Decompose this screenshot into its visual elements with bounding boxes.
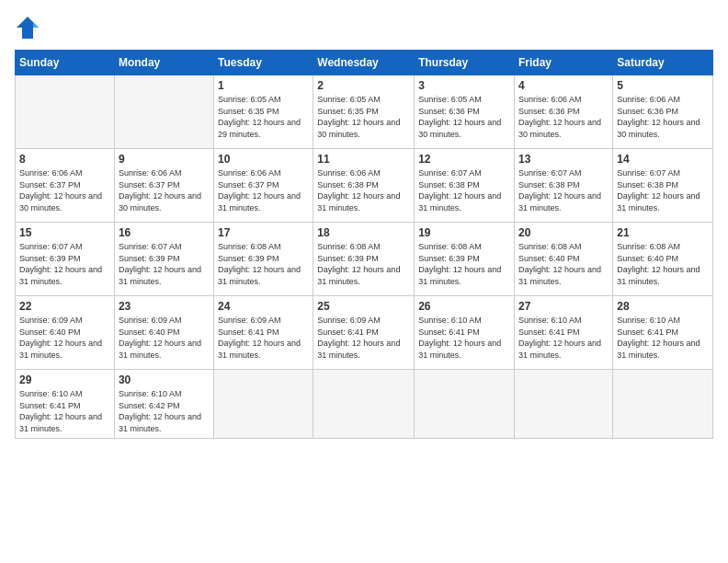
day-info: Sunrise: 6:10 AM Sunset: 6:41 PM Dayligh…	[617, 315, 709, 361]
calendar-cell: 26 Sunrise: 6:10 AM Sunset: 6:41 PM Dayl…	[415, 296, 515, 370]
calendar-cell: 23 Sunrise: 6:09 AM Sunset: 6:40 PM Dayl…	[114, 296, 213, 370]
calendar-cell: 4 Sunrise: 6:06 AM Sunset: 6:36 PM Dayli…	[515, 75, 613, 149]
day-number: 12	[418, 153, 510, 166]
day-info: Sunrise: 6:08 AM Sunset: 6:39 PM Dayligh…	[418, 241, 510, 287]
calendar-cell: 18 Sunrise: 6:08 AM Sunset: 6:39 PM Dayl…	[313, 223, 415, 296]
day-info: Sunrise: 6:10 AM Sunset: 6:41 PM Dayligh…	[418, 315, 510, 361]
calendar-cell: 30 Sunrise: 6:10 AM Sunset: 6:42 PM Dayl…	[114, 370, 213, 439]
calendar-header-monday: Monday	[114, 51, 213, 75]
calendar-header-row: SundayMondayTuesdayWednesdayThursdayFrid…	[16, 51, 713, 75]
calendar-cell: 28 Sunrise: 6:10 AM Sunset: 6:41 PM Dayl…	[613, 296, 713, 370]
day-info: Sunrise: 6:05 AM Sunset: 6:36 PM Dayligh…	[418, 94, 510, 140]
day-number: 18	[317, 226, 410, 239]
day-number: 19	[418, 226, 510, 239]
calendar-cell	[16, 75, 115, 149]
day-number: 11	[317, 153, 410, 166]
logo-icon	[15, 15, 40, 40]
day-number: 21	[617, 226, 709, 239]
day-info: Sunrise: 6:07 AM Sunset: 6:39 PM Dayligh…	[119, 241, 210, 287]
day-info: Sunrise: 6:05 AM Sunset: 6:35 PM Dayligh…	[218, 94, 309, 140]
day-number: 2	[317, 79, 410, 92]
calendar-cell: 19 Sunrise: 6:08 AM Sunset: 6:39 PM Dayl…	[415, 223, 515, 296]
day-number: 30	[119, 373, 210, 386]
day-number: 22	[19, 300, 110, 313]
day-number: 25	[317, 300, 410, 313]
calendar-cell: 29 Sunrise: 6:10 AM Sunset: 6:41 PM Dayl…	[16, 370, 115, 439]
day-number: 15	[19, 226, 110, 239]
day-info: Sunrise: 6:09 AM Sunset: 6:41 PM Dayligh…	[218, 315, 309, 361]
calendar-cell: 20 Sunrise: 6:08 AM Sunset: 6:40 PM Dayl…	[515, 223, 613, 296]
day-number: 29	[19, 373, 110, 386]
day-info: Sunrise: 6:06 AM Sunset: 6:37 PM Dayligh…	[119, 167, 210, 213]
day-info: Sunrise: 6:07 AM Sunset: 6:38 PM Dayligh…	[617, 167, 709, 213]
day-info: Sunrise: 6:10 AM Sunset: 6:42 PM Dayligh…	[119, 388, 210, 434]
day-number: 16	[119, 226, 210, 239]
calendar-cell: 24 Sunrise: 6:09 AM Sunset: 6:41 PM Dayl…	[214, 296, 313, 370]
calendar-cell: 12 Sunrise: 6:07 AM Sunset: 6:38 PM Dayl…	[415, 149, 515, 223]
calendar-cell: 11 Sunrise: 6:06 AM Sunset: 6:38 PM Dayl…	[313, 149, 415, 223]
day-number: 5	[617, 79, 709, 92]
calendar-cell	[313, 370, 415, 439]
day-number: 3	[418, 79, 510, 92]
calendar-cell: 3 Sunrise: 6:05 AM Sunset: 6:36 PM Dayli…	[415, 75, 515, 149]
calendar-table: SundayMondayTuesdayWednesdayThursdayFrid…	[15, 50, 713, 439]
day-info: Sunrise: 6:07 AM Sunset: 6:38 PM Dayligh…	[518, 167, 609, 213]
day-number: 26	[418, 300, 510, 313]
day-number: 14	[617, 153, 709, 166]
day-info: Sunrise: 6:07 AM Sunset: 6:38 PM Dayligh…	[418, 167, 510, 213]
day-info: Sunrise: 6:08 AM Sunset: 6:39 PM Dayligh…	[218, 241, 309, 287]
calendar-cell: 22 Sunrise: 6:09 AM Sunset: 6:40 PM Dayl…	[16, 296, 115, 370]
day-number: 17	[218, 226, 309, 239]
day-info: Sunrise: 6:06 AM Sunset: 6:36 PM Dayligh…	[518, 94, 609, 140]
calendar-header-thursday: Thursday	[415, 51, 515, 75]
day-info: Sunrise: 6:08 AM Sunset: 6:40 PM Dayligh…	[617, 241, 709, 287]
calendar-cell: 5 Sunrise: 6:06 AM Sunset: 6:36 PM Dayli…	[613, 75, 713, 149]
header	[15, 15, 713, 40]
calendar-cell: 27 Sunrise: 6:10 AM Sunset: 6:41 PM Dayl…	[515, 296, 613, 370]
logo	[15, 15, 44, 40]
calendar-week-4: 22 Sunrise: 6:09 AM Sunset: 6:40 PM Dayl…	[16, 296, 713, 370]
calendar-cell: 17 Sunrise: 6:08 AM Sunset: 6:39 PM Dayl…	[214, 223, 313, 296]
calendar-header-friday: Friday	[515, 51, 613, 75]
day-info: Sunrise: 6:10 AM Sunset: 6:41 PM Dayligh…	[518, 315, 609, 361]
day-info: Sunrise: 6:05 AM Sunset: 6:35 PM Dayligh…	[317, 94, 410, 140]
day-number: 20	[518, 226, 609, 239]
day-info: Sunrise: 6:06 AM Sunset: 6:37 PM Dayligh…	[218, 167, 309, 213]
calendar-cell	[613, 370, 713, 439]
calendar-cell: 9 Sunrise: 6:06 AM Sunset: 6:37 PM Dayli…	[114, 149, 213, 223]
calendar-header-tuesday: Tuesday	[214, 51, 313, 75]
calendar-week-1: 1 Sunrise: 6:05 AM Sunset: 6:35 PM Dayli…	[16, 75, 713, 149]
day-info: Sunrise: 6:08 AM Sunset: 6:40 PM Dayligh…	[518, 241, 609, 287]
calendar-header-saturday: Saturday	[613, 51, 713, 75]
calendar-week-3: 15 Sunrise: 6:07 AM Sunset: 6:39 PM Dayl…	[16, 223, 713, 296]
calendar-cell: 8 Sunrise: 6:06 AM Sunset: 6:37 PM Dayli…	[16, 149, 115, 223]
day-info: Sunrise: 6:08 AM Sunset: 6:39 PM Dayligh…	[317, 241, 410, 287]
day-number: 4	[518, 79, 609, 92]
day-number: 9	[119, 153, 210, 166]
day-info: Sunrise: 6:10 AM Sunset: 6:41 PM Dayligh…	[19, 388, 110, 434]
day-info: Sunrise: 6:09 AM Sunset: 6:40 PM Dayligh…	[19, 315, 110, 361]
calendar-week-5: 29 Sunrise: 6:10 AM Sunset: 6:41 PM Dayl…	[16, 370, 713, 439]
day-number: 27	[518, 300, 609, 313]
day-info: Sunrise: 6:09 AM Sunset: 6:41 PM Dayligh…	[317, 315, 410, 361]
calendar-cell: 15 Sunrise: 6:07 AM Sunset: 6:39 PM Dayl…	[16, 223, 115, 296]
day-info: Sunrise: 6:06 AM Sunset: 6:37 PM Dayligh…	[19, 167, 110, 213]
calendar-cell: 1 Sunrise: 6:05 AM Sunset: 6:35 PM Dayli…	[214, 75, 313, 149]
calendar-cell: 2 Sunrise: 6:05 AM Sunset: 6:35 PM Dayli…	[313, 75, 415, 149]
day-number: 23	[119, 300, 210, 313]
calendar-cell: 10 Sunrise: 6:06 AM Sunset: 6:37 PM Dayl…	[214, 149, 313, 223]
calendar-cell: 25 Sunrise: 6:09 AM Sunset: 6:41 PM Dayl…	[313, 296, 415, 370]
day-info: Sunrise: 6:07 AM Sunset: 6:39 PM Dayligh…	[19, 241, 110, 287]
calendar-cell	[114, 75, 213, 149]
calendar-cell: 21 Sunrise: 6:08 AM Sunset: 6:40 PM Dayl…	[613, 223, 713, 296]
calendar-cell: 13 Sunrise: 6:07 AM Sunset: 6:38 PM Dayl…	[515, 149, 613, 223]
day-number: 1	[218, 79, 309, 92]
svg-marker-1	[33, 22, 39, 28]
calendar-header-sunday: Sunday	[16, 51, 115, 75]
calendar-header-wednesday: Wednesday	[313, 51, 415, 75]
day-info: Sunrise: 6:06 AM Sunset: 6:38 PM Dayligh…	[317, 167, 410, 213]
calendar-cell	[415, 370, 515, 439]
day-info: Sunrise: 6:09 AM Sunset: 6:40 PM Dayligh…	[119, 315, 210, 361]
day-number: 13	[518, 153, 609, 166]
day-number: 28	[617, 300, 709, 313]
